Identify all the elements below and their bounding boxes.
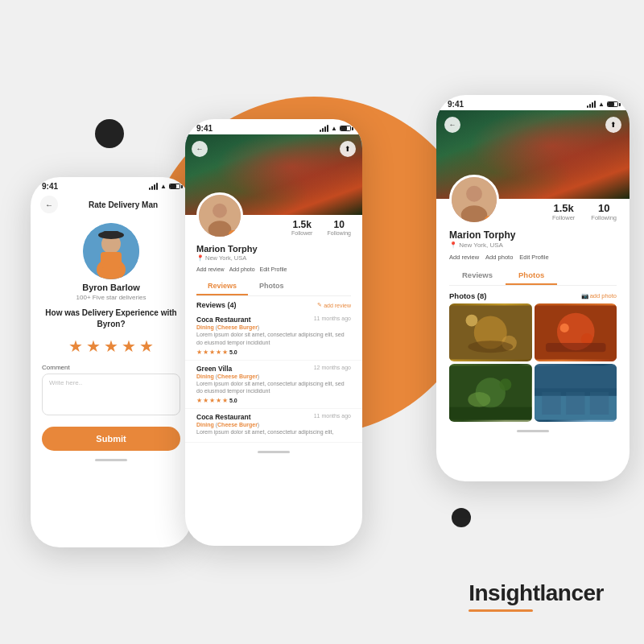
review-text-1: Lorem ipsum dolor sit amet, consectetur … xyxy=(196,331,351,347)
add-photo-btn-3[interactable]: Add photo xyxy=(485,254,513,261)
deliveryman-name: Byron Barlow xyxy=(31,283,192,292)
wifi-icon-2: ▲ xyxy=(331,125,337,132)
review-type-1: Dining (Cheese Burger) xyxy=(196,324,351,330)
hero-back-btn-3[interactable]: ← xyxy=(444,117,460,133)
add-review-btn-2[interactable]: Add review xyxy=(196,266,225,272)
avatar-wrap xyxy=(31,223,192,279)
brand-underline xyxy=(469,609,533,612)
reviews-title: Reviews (4) xyxy=(196,301,237,309)
battery-icon-3 xyxy=(607,101,618,107)
profile-tabs-3: Reviews Photos xyxy=(449,266,617,286)
page-title-1: Rate Delivery Man xyxy=(64,200,182,209)
status-bar-3: 9:41 ▲ xyxy=(436,95,630,110)
star-4[interactable]: ★ xyxy=(122,336,136,356)
following-stat: 10 Following xyxy=(327,219,351,236)
star-rating[interactable]: ★ ★ ★ ★ ★ xyxy=(31,336,192,356)
hero-back-button[interactable]: ← xyxy=(192,141,208,157)
review-top-1: Coca Restaurant 11 months ago xyxy=(196,316,351,324)
edit-badge[interactable]: Edit xyxy=(229,230,242,238)
svg-rect-3 xyxy=(101,252,122,268)
profile-avatar-2: Edit xyxy=(196,192,243,239)
following-stat-3: 10 Following xyxy=(591,202,617,221)
status-icons-1: ▲ xyxy=(149,183,180,190)
hero-share-button[interactable]: ⬆ xyxy=(340,141,356,157)
profile-stats: 1.5k Follower 10 Following xyxy=(291,219,351,239)
back-button-1[interactable]: ← xyxy=(40,196,58,213)
decorative-dot-top xyxy=(95,119,124,148)
deliveryman-stats: 100+ Five star deliveries xyxy=(31,294,192,301)
location-text-2: New York, USA xyxy=(205,254,246,262)
wifi-icon-3: ▲ xyxy=(598,101,605,108)
tab-reviews-2[interactable]: Reviews xyxy=(196,277,248,295)
profile-avatar-3: Edit xyxy=(449,175,499,225)
profile-actions-2: Add review Add photo Edit Profile xyxy=(185,266,362,277)
rs3: ★ xyxy=(209,349,215,356)
home-indicator-3 xyxy=(517,430,549,432)
phone-rate-delivery: 9:41 ▲ ← Rate Delivery Man xyxy=(31,177,192,547)
profile-tabs-2: Reviews Photos xyxy=(196,277,351,296)
profile-name-3: Marion Torphy xyxy=(436,225,630,242)
comment-label: Comment xyxy=(31,364,192,374)
signal-icon-3 xyxy=(587,101,596,108)
photo-cell-2[interactable] xyxy=(535,303,617,361)
submit-button[interactable]: Submit xyxy=(42,427,180,451)
delivery-header: ← Rate Delivery Man xyxy=(31,192,192,218)
review-text-2: Lorem ipsum dolor sit amet, consectetur … xyxy=(196,380,351,396)
photo-cell-4[interactable] xyxy=(535,364,617,422)
comment-placeholder: Write here.. xyxy=(49,379,82,386)
review-type-3: Dining (Cheese Burger) xyxy=(196,422,351,427)
dining-type-3: Dining xyxy=(196,422,214,427)
svg-point-10 xyxy=(466,186,482,202)
home-indicator-1 xyxy=(95,459,127,461)
add-review-inline-btn[interactable]: ✎ add review xyxy=(317,302,351,308)
photo-cell-3[interactable] xyxy=(449,364,532,422)
add-review-btn-3[interactable]: Add review xyxy=(449,254,479,261)
review-stars-2: ★ ★ ★ ★ ★ 5.0 xyxy=(196,397,351,404)
review-restaurant-3: Coca Restaurant xyxy=(196,413,251,421)
star-1[interactable]: ★ xyxy=(68,336,83,356)
review-item-1: Coca Restaurant 11 months ago Dining (Ch… xyxy=(185,312,362,361)
svg-point-16 xyxy=(468,341,513,353)
following-count: 10 xyxy=(327,219,351,230)
tab-reviews-3[interactable]: Reviews xyxy=(449,266,506,285)
tab-photos-2[interactable]: Photos xyxy=(248,277,295,295)
rs4: ★ xyxy=(216,349,221,356)
hero-share-btn-3[interactable]: ⬆ xyxy=(605,117,621,133)
status-bar-1: 9:41 ▲ xyxy=(31,177,192,192)
review-tag-3: Cheese Burger xyxy=(217,422,258,427)
following-label: Following xyxy=(327,230,351,236)
svg-point-19 xyxy=(559,324,568,332)
photo-cell-1[interactable] xyxy=(449,303,532,361)
review-item-2: Green Villa 12 months ago Dining (Cheese… xyxy=(185,361,362,410)
profile-location-2: 📍 New York, USA xyxy=(185,254,362,266)
photos-title: Photos (8) xyxy=(449,291,486,300)
signal-icon-1 xyxy=(149,183,158,190)
edit-profile-btn-3[interactable]: Edit Profile xyxy=(519,254,548,261)
edit-profile-btn-2[interactable]: Edit Profile xyxy=(260,266,287,272)
follower-label: Follower xyxy=(291,230,312,236)
edit-badge-3[interactable]: Edit xyxy=(485,216,498,224)
add-photo-btn-2[interactable]: Add photo xyxy=(229,266,255,272)
deliveryman-avatar xyxy=(83,223,139,279)
rs5: ★ xyxy=(222,349,228,356)
hero-buttons: ← ⬆ xyxy=(192,141,356,157)
location-pin-icon: 📍 xyxy=(196,254,204,262)
branding: Insightlancer xyxy=(469,580,604,612)
decorative-dot-bottom xyxy=(452,508,471,527)
star-2[interactable]: ★ xyxy=(86,336,101,356)
brand-name: Insightlancer xyxy=(469,580,604,606)
review-stars-1: ★ ★ ★ ★ ★ 5.0 xyxy=(196,349,351,356)
svg-point-24 xyxy=(468,392,490,407)
tab-photos-3[interactable]: Photos xyxy=(506,266,557,285)
review-top-2: Green Villa 12 months ago xyxy=(196,365,351,373)
svg-point-25 xyxy=(499,378,511,390)
comment-input[interactable]: Write here.. xyxy=(42,374,180,415)
review-top-3: Coca Restaurant 11 months ago xyxy=(196,413,351,421)
review-time-1: 11 months ago xyxy=(314,316,351,324)
phone-profile-photos: 9:41 ▲ ← ⬆ Edit xyxy=(436,95,630,481)
star-5[interactable]: ★ xyxy=(139,336,154,356)
home-indicator-2 xyxy=(258,451,290,453)
review-rating-1: 5.0 xyxy=(229,349,237,355)
star-3[interactable]: ★ xyxy=(104,336,118,356)
add-photo-inline-btn[interactable]: 📷 add photo xyxy=(581,292,617,299)
